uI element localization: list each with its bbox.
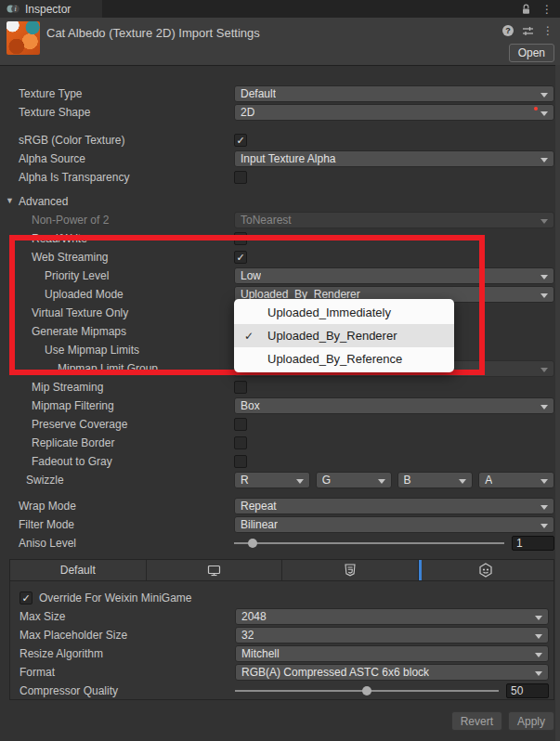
popup-item-uploaded_by_reference[interactable]: Uploaded_By_Reference: [234, 347, 454, 370]
uploaded-mode-label: Uploaded Mode: [45, 288, 124, 301]
alpha-source-control: Input Texture Alpha: [234, 150, 554, 167]
chevron-down-icon: [540, 275, 548, 280]
swizzle-label: Swizzle: [26, 474, 64, 487]
aniso-level-value-field[interactable]: 1: [512, 536, 554, 551]
swizzle-g-dropdown[interactable]: G: [316, 472, 392, 488]
chevron-down-icon: [540, 505, 548, 510]
compressor-quality-value-field[interactable]: 50: [506, 683, 549, 698]
swizzle-a-dropdown-value: A: [485, 474, 492, 487]
priority-level-control: Low: [234, 267, 554, 284]
open-button[interactable]: Open: [509, 44, 554, 62]
filter-mode-row: Filter ModeBilinear: [0, 515, 560, 534]
platform-settings-rows: ✓Override For Weixin MiniGameMax Size204…: [10, 581, 553, 700]
max-size-label: Max Size: [20, 610, 65, 623]
tab-menu-icon[interactable]: ⋮: [541, 4, 553, 15]
revert-button[interactable]: Revert: [451, 711, 502, 731]
swizzle-r-dropdown[interactable]: R: [234, 472, 310, 488]
format-dropdown[interactable]: RGB(A) Compressed ASTC 6x6 block: [235, 664, 549, 681]
advanced-row[interactable]: ▼Advanced: [0, 192, 560, 211]
presets-icon[interactable]: [522, 26, 534, 36]
swizzle-a-dropdown[interactable]: A: [478, 472, 554, 488]
preserve-coverage-label: Preserve Coverage: [32, 418, 127, 431]
swizzle-b-dropdown-value: B: [404, 474, 411, 487]
chevron-down-icon: [378, 479, 385, 484]
non-power-of-2-control: ToNearest: [234, 212, 554, 228]
virtual-texture-only-label: Virtual Texture Only: [32, 306, 128, 319]
compressor-quality-slider[interactable]: [235, 682, 499, 699]
wrap-mode-dropdown[interactable]: Repeat: [234, 498, 554, 514]
header-menu-icon[interactable]: ⋮: [542, 25, 553, 36]
platform-tab-weixin-minigame[interactable]: [419, 560, 554, 580]
web-streaming-row: Web Streaming✓: [0, 248, 560, 266]
aniso-level-slider[interactable]: [234, 535, 504, 552]
override-weixin-minigame-checkbox[interactable]: ✓: [20, 592, 33, 604]
mip-streaming-row: Mip Streaming: [0, 378, 560, 396]
generate-mipmaps-label: Generate Mipmaps: [32, 325, 126, 338]
max-size-dropdown[interactable]: 2048: [235, 608, 549, 625]
alpha-is-transparency-checkbox[interactable]: [234, 171, 247, 184]
wechat-minigame-icon: [478, 563, 493, 578]
texture-shape-dropdown[interactable]: 2D: [234, 104, 554, 121]
fadeout-to-gray-checkbox[interactable]: [234, 455, 247, 468]
scrollbar-track[interactable]: [555, 65, 560, 741]
alpha-source-dropdown[interactable]: Input Texture Alpha: [234, 150, 554, 167]
platform-tab-strip: Default: [10, 560, 553, 581]
fadeout-to-gray-label: Fadeout to Gray: [32, 455, 112, 468]
resize-algorithm-dropdown[interactable]: Mitchell: [235, 645, 549, 662]
mip-streaming-control: [234, 379, 554, 396]
slider-handle[interactable]: [248, 539, 257, 548]
platform-tab-standalone[interactable]: [147, 560, 283, 580]
max-placeholder-size-dropdown-value: 32: [241, 629, 254, 642]
popup-item-uploaded_immediately[interactable]: Uploaded_Immediately: [234, 301, 454, 324]
alpha-is-transparency-control: [234, 169, 554, 186]
max-placeholder-size-dropdown[interactable]: 32: [235, 627, 549, 644]
format-control: RGB(A) Compressed ASTC 6x6 block: [235, 664, 549, 681]
svg-text:i: i: [14, 5, 16, 13]
apply-button[interactable]: Apply: [508, 711, 554, 731]
priority-level-label: Priority Level: [45, 269, 109, 282]
lock-icon[interactable]: [521, 4, 531, 15]
inspector-tab[interactable]: i Inspector: [0, 0, 102, 18]
settings-section-1: Texture TypeDefaultTexture Shape2D: [0, 84, 560, 122]
max-size-control: 2048: [235, 608, 549, 625]
popup-item-uploaded_by_renderer[interactable]: ✓Uploaded_By_Renderer: [234, 324, 454, 347]
chevron-down-icon: [540, 479, 548, 484]
aniso-level-slider-group: 1: [234, 535, 554, 552]
help-icon[interactable]: ?: [502, 25, 514, 36]
swizzle-control: RGBA: [234, 472, 554, 488]
srgb-color-texture-checkbox[interactable]: ✓: [234, 134, 247, 147]
preserve-coverage-checkbox[interactable]: [234, 418, 247, 431]
mipmap-filtering-dropdown[interactable]: Box: [234, 397, 554, 414]
web-streaming-checkbox[interactable]: ✓: [234, 251, 247, 264]
inspector-icon: i: [7, 3, 20, 15]
unity-inspector-window: i Inspector ⋮ Cat Albedo (Texture 2D) Im…: [0, 0, 560, 741]
texture-type-dropdown[interactable]: Default: [234, 85, 554, 102]
texture-shape-control: 2D: [234, 104, 554, 121]
texture-thumbnail: [7, 21, 40, 55]
priority-level-dropdown[interactable]: Low: [234, 267, 554, 284]
alpha-source-dropdown-value: Input Texture Alpha: [241, 152, 336, 165]
filter-mode-dropdown[interactable]: Bilinear: [234, 516, 554, 533]
chevron-down-icon: [540, 93, 548, 98]
platform-tab-default[interactable]: Default: [10, 560, 147, 580]
aniso-level-row: Aniso Level1: [0, 534, 560, 552]
read-write-checkbox[interactable]: [234, 232, 247, 245]
footer-buttons: Revert Apply: [451, 711, 554, 731]
replicate-border-checkbox[interactable]: [234, 436, 247, 449]
read-write-label: Read/Write: [32, 232, 87, 245]
fadeout-to-gray-control: [234, 453, 554, 470]
mip-streaming-checkbox[interactable]: [234, 381, 247, 394]
srgb-color-texture-label: sRGB (Color Texture): [19, 134, 124, 147]
texture-type-row: Texture TypeDefault: [0, 84, 560, 103]
swizzle-b-dropdown[interactable]: B: [397, 472, 474, 488]
import-settings-header: Cat Albedo (Texture 2D) Import Settings …: [0, 18, 560, 66]
texture-type-control: Default: [234, 85, 554, 102]
platform-tab-webgl[interactable]: [282, 560, 419, 580]
max-placeholder-size-row: Max Placeholder Size32: [10, 626, 553, 644]
wrap-mode-dropdown-value: Repeat: [241, 500, 277, 513]
fadeout-to-gray-row: Fadeout to Gray: [0, 452, 560, 471]
non-power-of-2-dropdown[interactable]: ToNearest: [234, 212, 554, 228]
foldout-arrow-icon: ▼: [6, 196, 14, 205]
slider-handle[interactable]: [362, 686, 371, 696]
tab-bar-controls: ⋮: [521, 0, 560, 18]
